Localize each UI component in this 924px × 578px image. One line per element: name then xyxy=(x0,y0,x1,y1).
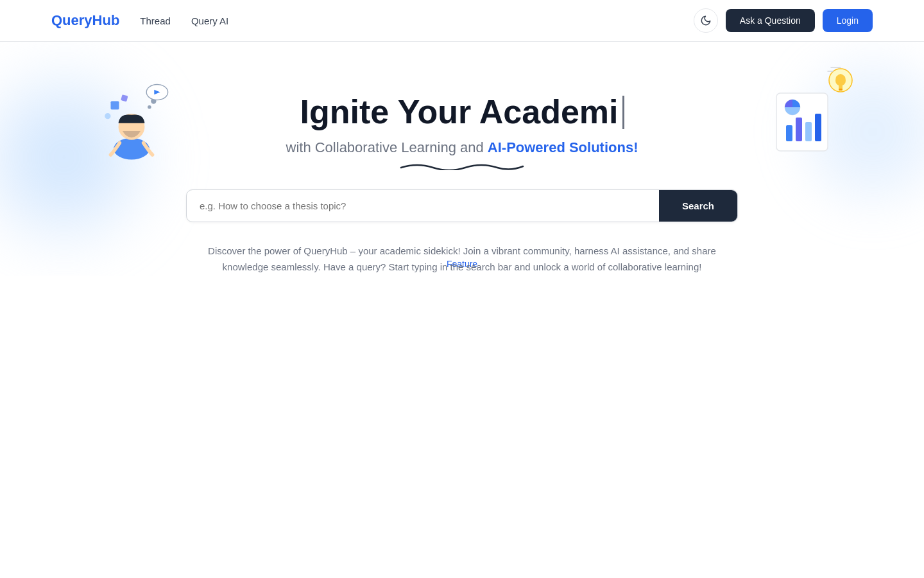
svg-rect-13 xyxy=(815,114,821,141)
hero-section: Ignite Your Academi with Collaborative L… xyxy=(0,42,924,276)
illustration-left xyxy=(90,80,173,164)
hero-subtitle-highlight: AI-Powered Solutions! xyxy=(488,139,638,155)
illustration-right xyxy=(757,61,860,164)
navbar: QueryHub Thread Query AI Ask a Question … xyxy=(0,0,924,42)
login-button[interactable]: Login xyxy=(823,9,873,32)
svg-rect-10 xyxy=(786,125,792,141)
ask-question-button[interactable]: Ask a Question xyxy=(726,9,815,32)
nav-left: QueryHub Thread Query AI xyxy=(51,12,228,29)
svg-rect-6 xyxy=(111,101,119,110)
svg-rect-7 xyxy=(121,94,128,101)
hero-title: Ignite Your Academi xyxy=(186,93,738,132)
logo[interactable]: QueryHub xyxy=(51,12,119,29)
hero-content: Ignite Your Academi with Collaborative L… xyxy=(186,93,738,276)
nav-link-queryai[interactable]: Query AI xyxy=(191,15,228,26)
svg-rect-12 xyxy=(805,122,812,141)
svg-rect-11 xyxy=(796,118,802,141)
search-bar-container: Search xyxy=(186,189,738,222)
search-input[interactable] xyxy=(187,190,659,222)
svg-rect-16 xyxy=(839,89,843,91)
search-button[interactable]: Search xyxy=(659,190,737,222)
hero-title-text: Ignite Your Academi xyxy=(300,93,618,132)
moon-icon xyxy=(700,15,712,26)
nav-right: Ask a Question Login xyxy=(694,8,873,33)
underline-decoration xyxy=(398,161,526,170)
hero-subtitle: with Collaborative Learning and AI-Power… xyxy=(186,139,738,156)
theme-toggle-button[interactable] xyxy=(694,8,718,33)
hero-subtitle-plain: with Collaborative Learning and xyxy=(286,139,488,155)
hero-description: Discover the power of QueryHub – your ac… xyxy=(186,243,738,276)
svg-point-8 xyxy=(105,113,110,119)
typing-cursor xyxy=(622,96,624,129)
svg-point-2 xyxy=(148,105,151,109)
nav-link-thread[interactable]: Thread xyxy=(140,15,171,26)
